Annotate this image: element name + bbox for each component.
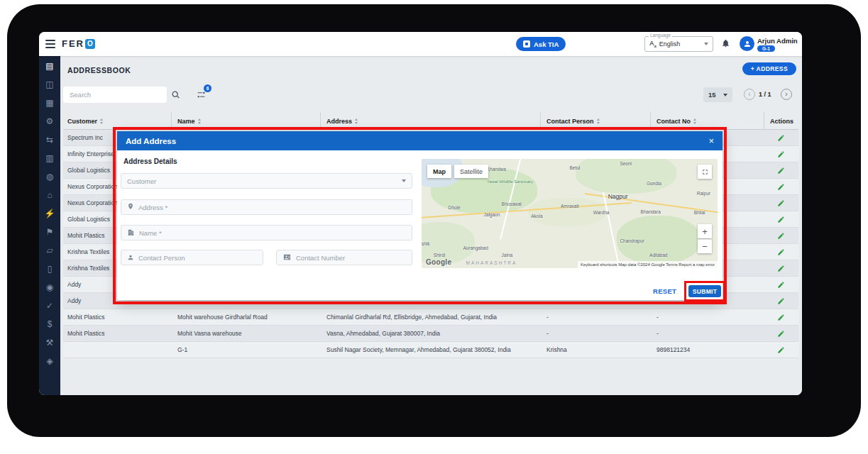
monitor-icon[interactable]: ◉	[46, 283, 53, 292]
map-label: Akola	[531, 214, 542, 218]
map-label: Wardha	[593, 210, 610, 215]
contact-card-icon	[282, 251, 292, 264]
add-address-button[interactable]: + ADDRESS	[742, 62, 796, 75]
close-icon[interactable]: ×	[708, 136, 714, 145]
workflow-icon[interactable]: ⇆	[46, 135, 53, 145]
submit-button[interactable]: SUBMIT	[688, 285, 721, 297]
addressbook-icon[interactable]: ▤	[45, 62, 53, 71]
rows-per-page-value: 15	[708, 91, 716, 99]
payments-icon[interactable]: $	[48, 320, 53, 329]
person-icon	[127, 251, 134, 264]
tia-bot-icon	[523, 40, 530, 48]
edit-icon[interactable]	[770, 293, 796, 309]
tools-icon[interactable]: ⚒	[46, 338, 54, 348]
map-label: Jalna	[502, 253, 513, 258]
language-value: English	[659, 40, 681, 48]
column-header-name[interactable]: Name	[171, 112, 201, 130]
chevron-down-icon	[723, 94, 727, 96]
name-input[interactable]: Name *	[121, 225, 412, 240]
reset-button[interactable]: RESET	[653, 287, 676, 295]
analytics-icon[interactable]: ▥	[45, 154, 53, 163]
warehouse-icon[interactable]: ⌂	[47, 191, 52, 200]
section-title: Address Details	[123, 157, 177, 165]
table-cell: -	[546, 309, 653, 326]
sort-icon	[597, 118, 600, 124]
trips-icon[interactable]: ⚑	[46, 228, 54, 237]
sort-icon	[693, 118, 696, 124]
user-avatar[interactable]	[740, 36, 754, 51]
edit-icon[interactable]	[770, 130, 796, 146]
ask-tia-button[interactable]: Ask TIA	[516, 37, 566, 51]
screenshot-root: FERO Ask TIA Language Aa English Arjun A…	[0, 0, 868, 454]
edit-icon[interactable]	[770, 146, 796, 162]
app-window: FERO Ask TIA Language Aa English Arjun A…	[39, 32, 802, 395]
column-header-contact-person[interactable]: Contact Person	[540, 112, 600, 130]
map-type-map-button[interactable]: Map	[427, 165, 451, 178]
settings-icon[interactable]: ⚙	[46, 117, 54, 126]
edit-icon[interactable]	[770, 326, 796, 342]
map-label: Adilabad	[649, 253, 667, 258]
edit-icon[interactable]	[770, 179, 796, 195]
table-cell: 9898121234	[657, 342, 763, 358]
network-icon[interactable]: ◍	[46, 172, 53, 182]
google-logo: Google	[426, 258, 451, 266]
fullscreen-icon[interactable]	[698, 165, 712, 179]
table-cell: -	[657, 309, 763, 326]
map-type-satellite-button[interactable]: Satellite	[454, 165, 488, 178]
zoom-in-button[interactable]: +	[698, 224, 712, 238]
contact-person-input[interactable]: Contact Person	[121, 250, 263, 265]
map-label: Aurangabad	[463, 245, 488, 250]
menu-icon[interactable]	[45, 40, 55, 50]
search-icon[interactable]	[171, 89, 180, 102]
edit-icon[interactable]	[770, 260, 796, 277]
map-widget[interactable]: KhandwaYawal Wildlife SanctuaryBetulSeon…	[422, 159, 718, 268]
address-input[interactable]: Address *	[121, 199, 412, 215]
column-header-actions[interactable]: Actions	[764, 112, 793, 130]
edit-icon[interactable]	[770, 309, 796, 326]
sort-icon	[355, 118, 358, 124]
orders-icon[interactable]: ▦	[45, 99, 53, 108]
id-card-icon[interactable]: ▱	[46, 246, 53, 255]
edit-icon[interactable]	[770, 211, 796, 228]
contacts-icon[interactable]: ◫	[45, 80, 53, 89]
language-label: Language	[649, 33, 672, 38]
column-header-contact-no[interactable]: Contact No	[650, 112, 696, 130]
table-header-row: CustomerNameAddressContact PersonContact…	[63, 112, 798, 130]
table-cell: Mohit Vasna warehouse	[177, 326, 323, 342]
tasks-icon[interactable]: ✓	[46, 301, 53, 311]
previous-page-button[interactable]: ‹	[744, 89, 755, 100]
map-label: Raipur	[697, 191, 710, 196]
column-header-address[interactable]: Address	[320, 112, 358, 130]
admin-icon[interactable]: ◈	[46, 357, 53, 366]
contact-number-placeholder: Contact Number	[296, 254, 345, 262]
table-cell: Mohit warehouse Girdharlal Road	[177, 309, 323, 326]
zoom-out-button[interactable]: −	[698, 239, 712, 253]
brand-text: FER	[62, 38, 84, 49]
activity-icon[interactable]: ⚡	[45, 209, 55, 218]
chevron-down-icon	[704, 43, 708, 45]
edit-icon[interactable]	[770, 244, 796, 260]
edit-icon[interactable]	[770, 195, 796, 211]
language-selector[interactable]: Language Aa English	[644, 36, 713, 52]
map-label: Shirdi	[434, 253, 446, 258]
notifications-bell-icon[interactable]	[721, 38, 730, 51]
map-label: Chandrapur	[620, 238, 644, 243]
search-placeholder: Search	[70, 91, 91, 99]
map-label: Jalgaon	[484, 212, 500, 217]
edit-icon[interactable]	[770, 342, 796, 358]
column-header-customer[interactable]: Customer	[67, 112, 103, 130]
customer-select[interactable]: Customer	[121, 173, 412, 189]
contact-person-placeholder: Contact Person	[138, 254, 185, 262]
edit-icon[interactable]	[770, 162, 796, 179]
contact-number-input[interactable]: Contact Number	[276, 250, 412, 265]
map-label: Bhandara	[641, 209, 661, 214]
edit-icon[interactable]	[770, 277, 796, 293]
translate-icon: Aa	[649, 40, 657, 48]
next-page-button[interactable]: ›	[781, 89, 792, 100]
map-label: Amravati	[561, 204, 579, 209]
edit-icon[interactable]	[770, 228, 796, 244]
rows-per-page-select[interactable]: 15	[703, 87, 732, 102]
documents-icon[interactable]: ▯	[48, 265, 53, 274]
search-input[interactable]: Search	[63, 87, 167, 103]
table-cell	[67, 342, 174, 358]
